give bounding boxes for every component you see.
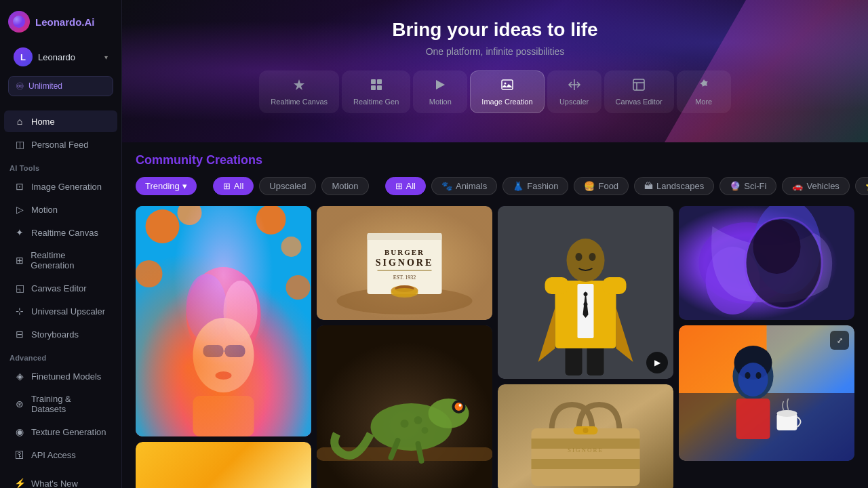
filter-anime[interactable]: ⭐ Anime	[855, 177, 868, 195]
sidebar: Leonardo.Ai L Leonardo ▾ ♾ Unlimited ⌂ H…	[0, 0, 122, 488]
plan-label: Unlimited	[28, 81, 62, 91]
tab-realtime-gen[interactable]: Realtime Gen	[342, 70, 410, 113]
filter-upscaled[interactable]: Upscaled	[259, 177, 316, 195]
sidebar-item-home[interactable]: ⌂ Home	[4, 110, 117, 132]
image-card-woman-art[interactable]: ⤢	[679, 325, 854, 461]
sidebar-item-label: What's New	[31, 479, 78, 489]
image-card-yellow-suit[interactable]: ▶	[498, 206, 673, 379]
filter-scifi[interactable]: 🔮 Sci-Fi	[719, 177, 776, 195]
motion-tab-icon	[433, 78, 447, 95]
image-card-abstract-blue[interactable]	[679, 206, 854, 320]
svg-point-6	[504, 83, 506, 85]
sidebar-item-motion[interactable]: ▷ Motion	[4, 199, 117, 220]
upscaler-icon: ⊹	[14, 306, 26, 317]
training-icon: ⊛	[14, 399, 26, 409]
svg-rect-2	[377, 79, 382, 84]
sidebar-item-label: Texture Generation	[31, 427, 106, 437]
unlimited-button[interactable]: ♾ Unlimited	[8, 76, 113, 96]
scifi-icon: 🔮	[730, 181, 741, 191]
logo[interactable]: Leonardo.Ai	[0, 0, 121, 43]
tab-realtime-canvas[interactable]: Realtime Canvas	[259, 70, 339, 113]
sidebar-item-label: Personal Feed	[31, 140, 89, 150]
sidebar-item-api-access[interactable]: ⚿ API Access	[4, 444, 117, 466]
community-title: Community Creations	[136, 153, 262, 167]
realtime-canvas-icon: ✦	[14, 227, 26, 238]
sidebar-item-label: Universal Upscaler	[31, 306, 105, 317]
image-card-burger[interactable]: BURGER SIGNORE EST. 1932	[317, 206, 492, 320]
filter-all-first[interactable]: ⊞ All	[213, 177, 254, 195]
filter-fashion[interactable]: 👗 Fashion	[502, 177, 568, 195]
image-card-handbag[interactable]: SIGNORE	[498, 384, 673, 488]
sidebar-item-texture-generation[interactable]: ◉ Texture Generation	[4, 421, 117, 443]
sidebar-item-label: Canvas Editor	[31, 283, 87, 293]
sidebar-item-storyboards[interactable]: ⊟ Storyboards	[4, 323, 117, 345]
vehicles-icon: 🚗	[792, 181, 803, 191]
realtime-canvas-tab-icon	[292, 78, 306, 95]
logo-avatar	[8, 11, 30, 33]
filter-label: All	[234, 181, 243, 191]
sidebar-item-finetuned-models[interactable]: ◈ Finetuned Models	[4, 365, 117, 387]
sidebar-item-universal-upscaler[interactable]: ⊹ Universal Upscaler	[4, 300, 117, 322]
filter-animals[interactable]: 🐾 Animals	[431, 177, 497, 195]
community-section-header: Community Creations	[136, 153, 854, 167]
sidebar-item-label: Image Generation	[31, 182, 102, 192]
sidebar-item-label: Training & Datasets	[31, 394, 108, 414]
filter-label: All	[406, 181, 416, 191]
filter-label: Animals	[456, 181, 487, 191]
texture-icon: ◉	[14, 426, 26, 437]
main-content: Bring your ideas to life One platform, i…	[122, 0, 868, 488]
svg-rect-3	[371, 85, 376, 90]
filter-vehicles[interactable]: 🚗 Vehicles	[782, 177, 849, 195]
image-card-colorful-woman[interactable]	[136, 206, 311, 436]
sidebar-item-realtime-generation[interactable]: ⊞ Realtime Generation	[4, 245, 117, 276]
api-icon: ⚿	[14, 449, 26, 460]
sidebar-item-canvas-editor[interactable]: ◱ Canvas Editor	[4, 277, 117, 299]
sidebar-item-whats-new[interactable]: ⚡ What's New	[4, 472, 117, 488]
landscapes-icon: 🏔	[644, 181, 653, 191]
grid-column-1	[136, 206, 311, 488]
tab-canvas-editor[interactable]: Canvas Editor	[604, 70, 674, 113]
trending-dropdown[interactable]: Trending ▾	[136, 177, 197, 195]
filter-landscapes[interactable]: 🏔 Landscapes	[634, 177, 714, 195]
sidebar-item-label: Motion	[31, 205, 58, 215]
hero-section: Bring your ideas to life One platform, i…	[122, 0, 868, 142]
motion-icon: ▷	[14, 204, 26, 215]
filter-label: Motion	[332, 181, 358, 191]
svg-rect-5	[502, 80, 513, 89]
sidebar-item-personal-feed[interactable]: ◫ Personal Feed	[4, 134, 117, 155]
sidebar-item-label: Realtime Generation	[31, 250, 108, 270]
canvas-editor-icon: ◱	[14, 283, 26, 293]
tab-motion[interactable]: Motion	[413, 70, 467, 113]
user-menu[interactable]: L Leonardo ▾	[5, 43, 116, 70]
food-icon: 🍔	[584, 181, 595, 191]
filter-row: Trending ▾ ⊞ All Upscaled Motion ⊞ All 🐾	[136, 177, 854, 195]
grid-column-4: ⤢	[679, 206, 854, 488]
grid-column-3: ▶	[498, 206, 673, 488]
svg-point-0	[13, 16, 25, 28]
filter-label: Fashion	[527, 181, 558, 191]
tab-upscaler[interactable]: Upscaler	[547, 70, 601, 113]
sidebar-item-label: Storyboards	[31, 329, 79, 340]
filter-food[interactable]: 🍔 Food	[574, 177, 629, 195]
home-icon: ⌂	[14, 116, 26, 127]
tab-image-creation[interactable]: Image Creation	[470, 70, 544, 113]
sidebar-item-label: Finetuned Models	[31, 371, 101, 382]
filter-motion[interactable]: Motion	[321, 177, 368, 195]
filter-label: Vehicles	[806, 181, 839, 191]
filter-all-second[interactable]: ⊞ All	[385, 177, 426, 195]
sidebar-item-image-generation[interactable]: ⊡ Image Generation	[4, 176, 117, 197]
filter-label: Food	[598, 181, 618, 191]
tab-more[interactable]: More	[677, 70, 731, 113]
sidebar-item-label: Home	[31, 117, 55, 127]
sidebar-item-training-datasets[interactable]: ⊛ Training & Datasets	[4, 388, 117, 420]
grid-column-2: BURGER SIGNORE EST. 1932	[317, 206, 492, 488]
logo-text: Leonardo.Ai	[35, 16, 95, 28]
finetuned-icon: ◈	[14, 371, 26, 382]
image-card-bottom1[interactable]	[136, 442, 311, 488]
animals-icon: 🐾	[441, 181, 452, 191]
sidebar-item-realtime-canvas[interactable]: ✦ Realtime Canvas	[4, 222, 117, 243]
canvas-editor-tab-icon	[632, 78, 646, 95]
image-card-chameleon[interactable]	[317, 325, 492, 488]
trending-label: Trending	[145, 181, 180, 191]
username: Leonardo	[38, 52, 99, 62]
